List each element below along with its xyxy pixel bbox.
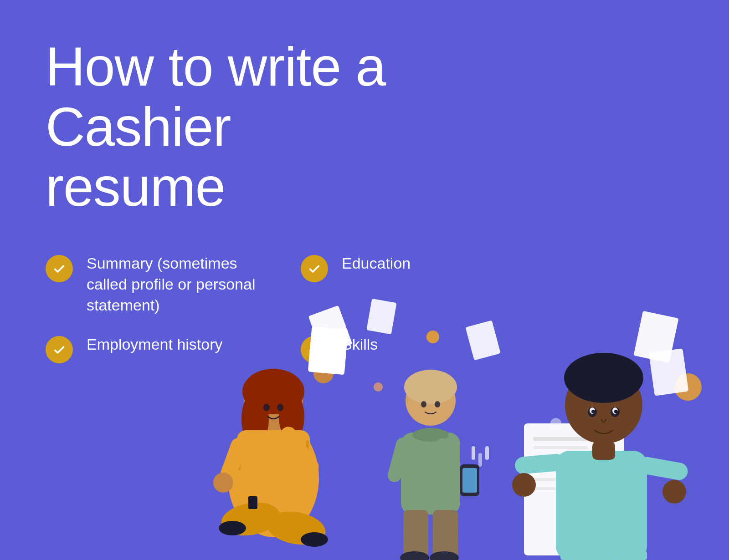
- svg-rect-67: [560, 551, 597, 560]
- svg-point-35: [421, 401, 426, 407]
- illustration-svg: [159, 296, 729, 560]
- check-icon-education: [301, 255, 328, 282]
- svg-point-25: [213, 473, 233, 493]
- svg-rect-10: [478, 453, 482, 467]
- page-background: How to write a Cashier resume Summary (s…: [0, 0, 729, 560]
- checkmark-icon: [308, 262, 321, 275]
- svg-point-5: [374, 382, 383, 392]
- checkmark-icon: [53, 343, 66, 356]
- svg-rect-31: [248, 496, 257, 509]
- svg-point-64: [512, 473, 536, 497]
- svg-rect-11: [485, 446, 489, 460]
- check-icon-summary: [46, 255, 73, 282]
- svg-rect-68: [611, 551, 647, 560]
- svg-point-34: [404, 370, 457, 404]
- headline-line2: Cashier resume: [46, 96, 231, 217]
- svg-rect-1: [366, 299, 396, 334]
- svg-point-4: [426, 331, 439, 343]
- page-headline: How to write a Cashier resume: [46, 36, 410, 217]
- headline-line1: How to write a: [46, 36, 385, 97]
- svg-rect-69: [649, 348, 688, 396]
- checkmark-icon: [53, 262, 66, 275]
- svg-rect-62: [592, 442, 615, 460]
- svg-point-29: [219, 521, 246, 535]
- svg-point-18: [277, 404, 283, 411]
- svg-rect-40: [462, 468, 477, 493]
- svg-point-17: [263, 404, 270, 411]
- svg-point-60: [591, 410, 595, 413]
- svg-rect-2: [465, 320, 500, 360]
- check-icon-employment: [46, 336, 73, 363]
- svg-rect-48: [533, 446, 588, 449]
- svg-point-55: [564, 353, 643, 403]
- svg-point-36: [435, 401, 440, 407]
- svg-rect-9: [472, 446, 475, 460]
- checklist-text-education: Education: [342, 253, 411, 274]
- svg-point-66: [662, 480, 686, 504]
- svg-rect-26: [308, 326, 348, 375]
- svg-point-30: [301, 532, 328, 547]
- svg-point-61: [614, 410, 618, 413]
- illustration: [159, 296, 729, 560]
- svg-rect-53: [556, 451, 647, 560]
